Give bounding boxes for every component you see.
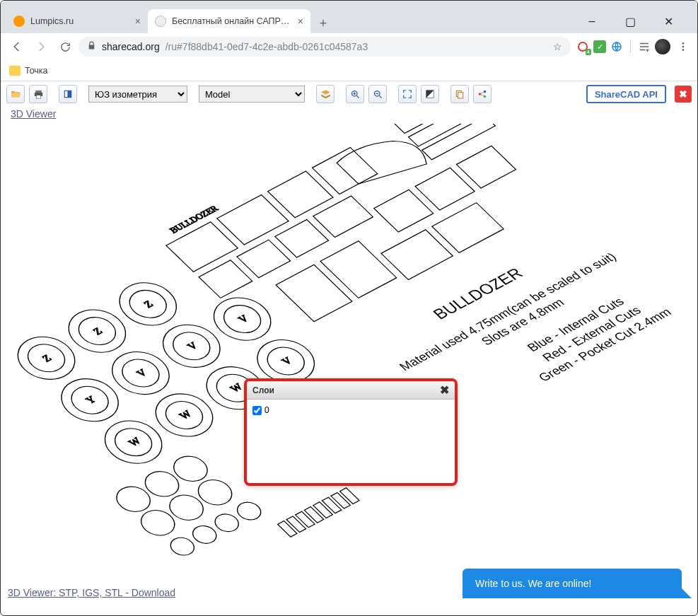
window-maximize-button[interactable]: ▢ [620, 11, 641, 32]
layers-button[interactable] [316, 85, 335, 103]
svg-point-60 [233, 499, 266, 523]
svg-rect-75 [432, 203, 504, 253]
zoom-out-icon [373, 89, 383, 100]
dialog-titlebar[interactable]: Слои ✖ [247, 381, 455, 400]
printer-icon [33, 89, 44, 100]
folder-icon [9, 66, 21, 76]
svg-text:Y: Y [83, 394, 98, 405]
svg-rect-70 [415, 168, 475, 210]
folder-open-icon [10, 88, 21, 100]
layer-name: 0 [264, 405, 269, 415]
dialog-close-button[interactable]: ✖ [440, 383, 449, 397]
svg-rect-7 [36, 95, 40, 98]
reading-list-icon[interactable] [638, 40, 651, 53]
extension-icon[interactable]: ✓ [593, 40, 606, 53]
svg-rect-83 [331, 492, 350, 509]
svg-text:W: W [126, 436, 143, 448]
footer-download-link[interactable]: 3D Viewer: STP, IGS, STL - Download [8, 587, 175, 598]
svg-rect-79 [296, 511, 315, 528]
svg-rect-69 [374, 190, 434, 232]
svg-rect-74 [381, 230, 453, 280]
favicon-icon [155, 16, 166, 27]
new-tab-button[interactable]: + [313, 13, 333, 33]
bookmark-item[interactable]: Точка [25, 66, 48, 76]
separator [630, 40, 631, 53]
zoom-in-button[interactable] [346, 85, 364, 103]
back-button[interactable] [6, 36, 28, 57]
copy-icon [455, 89, 465, 99]
view-select[interactable]: ЮЗ изометрия [88, 86, 187, 103]
toggle-panel-button[interactable] [59, 85, 77, 103]
svg-point-57 [166, 535, 199, 559]
svg-text:Z: Z [91, 325, 105, 337]
tab-sharecad[interactable]: Бесплатный онлайн САПР прос × [148, 9, 310, 33]
zoom-out-button[interactable] [368, 85, 387, 103]
copy-button[interactable] [450, 85, 469, 103]
tab-lumpics[interactable]: Lumpics.ru × [6, 9, 148, 33]
black-white-button[interactable] [421, 85, 439, 103]
layer-checkbox[interactable] [252, 406, 262, 415]
close-viewer-button[interactable]: ✖ [675, 86, 692, 103]
svg-point-15 [479, 93, 482, 95]
svg-rect-62 [217, 194, 289, 245]
chat-text: Write to us. We are online! [475, 578, 591, 589]
reload-button[interactable] [54, 36, 76, 57]
layer-row[interactable]: 0 [252, 405, 449, 415]
address-bar: sharecad.org/ru#7f88db41-0ed7-4c2e-abdb-… [1, 33, 697, 60]
svg-point-4 [682, 49, 685, 51]
dots-vertical-icon [677, 41, 689, 52]
svg-text:V: V [235, 313, 250, 324]
fit-screen-button[interactable] [398, 85, 417, 103]
reload-icon [59, 41, 71, 53]
svg-text:Z: Z [141, 298, 156, 310]
svg-point-3 [682, 46, 685, 48]
svg-point-16 [484, 91, 487, 93]
svg-point-59 [210, 511, 243, 535]
svg-text:W: W [177, 408, 194, 421]
forward-button[interactable] [30, 36, 52, 57]
share-button[interactable] [473, 85, 491, 103]
svg-text:Z: Z [40, 353, 54, 364]
bookmarks-bar: Точка [1, 60, 697, 81]
svg-rect-9 [65, 91, 68, 97]
model-select[interactable]: Model [199, 86, 305, 103]
svg-rect-84 [340, 488, 359, 504]
window-close-button[interactable]: ✕ [658, 11, 679, 32]
chrome-menu-button[interactable] [675, 36, 692, 57]
svg-rect-71 [456, 146, 516, 188]
svg-point-2 [682, 42, 685, 45]
svg-rect-72 [276, 265, 352, 322]
svg-rect-82 [322, 497, 341, 513]
svg-rect-65 [199, 260, 252, 298]
extensions-area: 4 ✓ [574, 36, 692, 57]
viewer-3d-link[interactable]: 3D Viewer [1, 108, 56, 120]
svg-point-58 [188, 523, 221, 547]
url-path: /ru#7f88db41-0ed7-4c2e-abdb-0261c04587a3 [165, 41, 368, 52]
profile-avatar[interactable] [655, 39, 670, 54]
svg-rect-73 [320, 241, 397, 298]
svg-rect-77 [278, 521, 297, 537]
extension-icon[interactable]: 4 [576, 40, 589, 53]
svg-rect-78 [286, 516, 306, 533]
close-icon[interactable]: × [298, 16, 303, 27]
layers-dialog: Слои ✖ 0 [244, 378, 458, 486]
sharecad-api-button[interactable]: ShareCAD API [586, 85, 666, 103]
close-icon[interactable]: × [135, 16, 141, 27]
tab-title: Lumpics.ru [30, 16, 129, 26]
share-icon [477, 89, 487, 99]
svg-rect-67 [275, 219, 329, 257]
app-area: ЮЗ изометрия Model ShareCAD API ✖ 3D Vie… [1, 81, 697, 603]
contrast-icon [425, 89, 435, 99]
cad-canvas[interactable]: Z Z Z Y V V V W W W V [1, 124, 697, 584]
svg-text:V: V [134, 367, 149, 378]
zoom-in-icon [350, 89, 361, 100]
extension-icon[interactable] [610, 40, 623, 53]
svg-rect-81 [313, 502, 332, 518]
omnibox[interactable]: sharecad.org/ru#7f88db41-0ed7-4c2e-abdb-… [78, 37, 571, 57]
open-file-button[interactable] [6, 85, 25, 103]
star-icon[interactable]: ☆ [553, 41, 562, 52]
window-minimize-button[interactable]: – [581, 11, 603, 32]
svg-rect-66 [237, 240, 291, 278]
chat-widget[interactable]: Write to us. We are online! [463, 569, 682, 598]
print-button[interactable] [29, 85, 47, 103]
